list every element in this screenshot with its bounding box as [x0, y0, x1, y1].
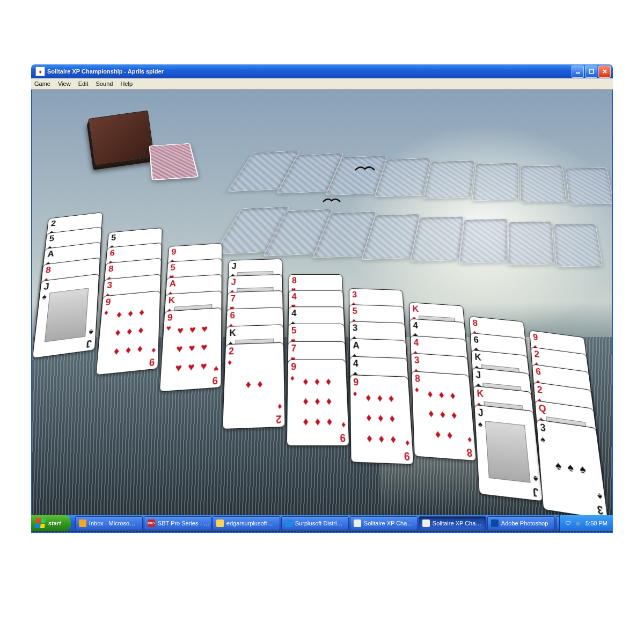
- tray-shield-icon: 🛡: [565, 520, 571, 526]
- playing-card[interactable]: 2♦2♦♦♦: [222, 342, 286, 430]
- taskbar-app-icon: [79, 519, 86, 527]
- taskbar-buttons: Inbox - Microso…PROSBT Pro Series - …edg…: [75, 516, 559, 530]
- app-icon: ♦: [35, 67, 45, 76]
- stock-pile[interactable]: [88, 111, 154, 166]
- taskbar-button-label: Inbox - Microso…: [89, 520, 135, 526]
- menu-help[interactable]: Help: [120, 80, 133, 87]
- taskbar-button-label: Adobe Photoshop: [501, 520, 548, 526]
- taskbar-button-label: SBT Pro Series - …: [158, 520, 209, 526]
- taskbar-button-label: Solitaire XP Cha…: [364, 520, 413, 526]
- taskbar-app-icon: PRO: [148, 519, 155, 527]
- taskbar-button[interactable]: Solitaire XP Cha…: [350, 516, 418, 530]
- windows-logo-icon: [35, 518, 46, 528]
- menu-bar: Game View Edit Sound Help: [31, 78, 613, 90]
- bird-icon: [322, 197, 341, 207]
- close-button[interactable]: [598, 65, 611, 78]
- app-window: ♦ Solitaire XP Championship - Aprils spi…: [31, 64, 613, 531]
- menu-sound[interactable]: Sound: [96, 80, 113, 87]
- system-tray[interactable]: 🛡 ☺ 5:50 PM: [559, 515, 613, 531]
- minimize-button[interactable]: [572, 65, 584, 78]
- taskbar-button-label: Surplusoft Distri…: [295, 520, 343, 526]
- menu-view[interactable]: View: [58, 80, 71, 87]
- taskbar-button-label: edgarsurplusoft…: [226, 520, 273, 526]
- tableau-area: 2♠2♠♠♠5♠5♠♠♠♠♠♠A♠A♠♠8♦8♦♦♦♦♦♦♦♦♦J♠J♠5♠5♠…: [48, 218, 612, 532]
- window-title: Solitaire XP Championship - Aprils spide…: [47, 68, 572, 75]
- svg-rect-0: [576, 72, 580, 74]
- taskbar-app-icon: [422, 519, 430, 527]
- start-label: start: [48, 520, 61, 526]
- foundation-slot[interactable]: [423, 160, 475, 199]
- taskbar-button[interactable]: edgarsurplusoft…: [213, 516, 280, 530]
- taskbar-button[interactable]: Adobe Photoshop: [487, 516, 555, 530]
- taskbar-app-icon: [354, 519, 361, 527]
- tray-clock: 5:50 PM: [586, 520, 608, 526]
- taskbar-app-icon: [216, 519, 224, 527]
- playing-card[interactable]: 3♠3♠♠♠♠: [536, 419, 608, 519]
- taskbar-button[interactable]: Surplusoft Distri…: [281, 516, 349, 530]
- start-button[interactable]: start: [31, 515, 71, 531]
- taskbar-app-icon: [491, 519, 499, 527]
- taskbar-app-icon: [285, 519, 292, 527]
- taskbar-button-label: Solitaire XP Cha…: [433, 520, 482, 526]
- foundation-slot[interactable]: [565, 167, 613, 204]
- tray-user-icon: ☺: [575, 520, 581, 526]
- taskbar: start Inbox - Microso…PROSBT Pro Series …: [31, 515, 613, 531]
- taskbar-button[interactable]: Solitaire XP Cha…: [419, 516, 486, 530]
- svg-rect-1: [589, 69, 594, 74]
- bird-icon: [354, 165, 376, 175]
- game-canvas[interactable]: 2♠2♠♠♠5♠5♠♠♠♠♠♠A♠A♠♠8♦8♦♦♦♦♦♦♦♦♦J♠J♠5♠5♠…: [31, 90, 613, 533]
- window-controls: [572, 65, 611, 78]
- playing-card[interactable]: 9♥9♥♥♥♥♥♥♥♥♥♥: [159, 308, 222, 392]
- playing-card[interactable]: 8♦8♦♦♦♦♦♦♦♦♦: [411, 371, 477, 461]
- maximize-button[interactable]: [585, 65, 597, 78]
- taskbar-button[interactable]: PROSBT Pro Series - …: [144, 516, 211, 530]
- taskbar-button[interactable]: Inbox - Microso…: [75, 516, 143, 530]
- menu-game[interactable]: Game: [34, 80, 50, 87]
- stock-pile-top-card[interactable]: [149, 143, 199, 180]
- foundation-slot[interactable]: [521, 165, 567, 203]
- playing-card[interactable]: 9♦9♦♦♦♦♦♦♦♦♦♦: [287, 360, 350, 446]
- menu-edit[interactable]: Edit: [78, 80, 89, 87]
- title-bar[interactable]: ♦ Solitaire XP Championship - Aprils spi…: [31, 64, 613, 78]
- foundation-slot[interactable]: [472, 163, 519, 201]
